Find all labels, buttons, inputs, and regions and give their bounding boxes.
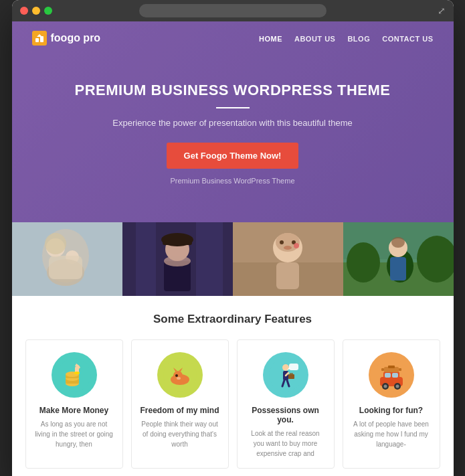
photo-4 <box>343 222 454 296</box>
feature-icon-4 <box>369 352 414 398</box>
svg-rect-74 <box>388 366 395 368</box>
svg-point-27 <box>294 243 299 248</box>
feature-card-3: Possessions own you. Look at the real re… <box>237 339 335 469</box>
svg-point-36 <box>391 237 405 248</box>
logo-text: foogo pro <box>51 32 101 44</box>
svg-point-18 <box>164 256 191 266</box>
cta-button[interactable]: Get Foogo Theme Now! <box>167 143 299 169</box>
dot-red[interactable] <box>20 7 28 15</box>
browser-dots <box>20 7 52 15</box>
feature-title-3: Possessions own you. <box>246 406 326 424</box>
svg-rect-0 <box>35 38 39 42</box>
feature-desc-4: A lot of people have been asking me how … <box>351 419 432 449</box>
photo-3 <box>233 222 343 296</box>
svg-rect-59 <box>288 374 294 379</box>
svg-point-23 <box>280 240 284 244</box>
photo-1 <box>12 222 122 296</box>
hero-content: PREMIUM BUSINESS WORDPRESS THEME Experie… <box>12 55 454 198</box>
dot-green[interactable] <box>44 7 52 15</box>
dot-yellow[interactable] <box>32 7 40 15</box>
svg-marker-2 <box>37 34 42 37</box>
svg-point-70 <box>395 385 399 388</box>
features-grid: Make More Money As long as you are not l… <box>25 339 440 469</box>
svg-rect-12 <box>136 222 156 296</box>
feature-icon-2 <box>157 352 203 398</box>
site-content: foogo pro HOME ABOUT US BLOG CONTACT US … <box>12 21 454 476</box>
feature-card-1: Make More Money As long as you are not l… <box>25 339 123 469</box>
address-bar[interactable] <box>139 4 327 17</box>
svg-rect-16 <box>163 241 192 245</box>
nav-home[interactable]: HOME <box>259 35 282 43</box>
svg-point-6 <box>45 233 66 254</box>
nav-contact[interactable]: CONTACT US <box>382 35 433 43</box>
svg-rect-55 <box>289 364 298 370</box>
hero-subtitle: Experience the power of presentation wit… <box>25 118 440 128</box>
svg-rect-13 <box>196 222 223 296</box>
feature-icon-1 <box>52 352 97 398</box>
navbar: foogo pro HOME ABOUT US BLOG CONTACT US <box>12 21 454 55</box>
feature-icon-3 <box>263 352 308 398</box>
svg-rect-1 <box>40 36 43 42</box>
svg-point-51 <box>177 377 181 380</box>
hero-section: foogo pro HOME ABOUT US BLOG CONTACT US … <box>12 21 454 222</box>
svg-point-68 <box>383 385 387 388</box>
photo-strip <box>12 222 454 296</box>
svg-rect-35 <box>390 257 406 281</box>
feature-desc-2: People think their way out of doing ever… <box>140 419 220 449</box>
svg-point-50 <box>175 374 178 377</box>
hero-underline <box>216 107 250 108</box>
photo-2 <box>122 222 233 296</box>
feature-card-4: Looking for fun? A lot of people have be… <box>343 339 440 469</box>
hero-title: PREMIUM BUSINESS WORDPRESS THEME <box>25 82 440 99</box>
browser-window: ⤢ foogo pro HOME <box>12 0 454 476</box>
feature-desc-3: Look at the real reason you want to buy … <box>246 428 326 459</box>
nav-blog[interactable]: BLOG <box>347 35 370 43</box>
logo-icon <box>32 31 47 46</box>
svg-rect-66 <box>392 373 398 378</box>
svg-rect-26 <box>276 262 299 289</box>
svg-point-53 <box>282 364 289 371</box>
svg-rect-72 <box>381 368 384 371</box>
logo[interactable]: foogo pro <box>32 31 101 46</box>
features-section: Some Extraordinary Features <box>12 296 454 476</box>
svg-point-25 <box>284 246 292 250</box>
svg-rect-9 <box>49 256 82 279</box>
svg-rect-73 <box>399 368 401 371</box>
features-title: Some Extraordinary Features <box>25 313 440 326</box>
svg-rect-60 <box>290 373 293 375</box>
feature-title-2: Freedom of my mind <box>140 406 220 415</box>
svg-point-44 <box>74 372 80 374</box>
feature-title-1: Make More Money <box>34 406 114 415</box>
expand-icon[interactable]: ⤢ <box>438 5 446 16</box>
svg-point-31 <box>347 242 380 283</box>
nav-links: HOME ABOUT US BLOG CONTACT US <box>259 32 434 44</box>
feature-desc-1: As long as you are not living in the str… <box>34 419 114 449</box>
feature-card-2: Freedom of my mind People think their wa… <box>131 339 229 469</box>
browser-titlebar: ⤢ <box>12 0 454 21</box>
svg-rect-65 <box>385 373 391 378</box>
nav-about[interactable]: ABOUT US <box>294 35 335 43</box>
hero-tagline: Premium Business WordPress Theme <box>25 177 440 185</box>
feature-title-4: Looking for fun? <box>351 406 432 415</box>
